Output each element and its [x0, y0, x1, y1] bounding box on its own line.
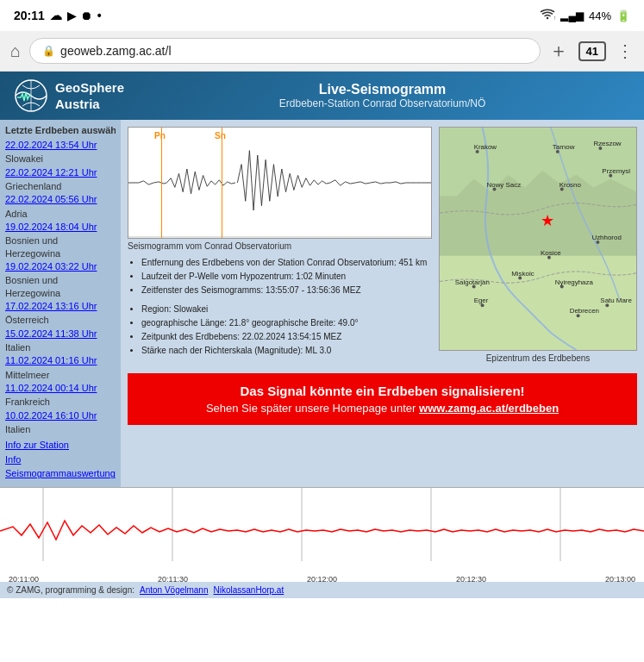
- s-wave-line: [222, 128, 222, 238]
- sidebar-date-link[interactable]: 10.02.2024 16:10 Uhr: [5, 409, 116, 422]
- sidebar-region: Slowakei: [5, 153, 116, 165]
- seismogram-detail-item: Entfernung des Erdbebens von der Station…: [141, 256, 432, 270]
- sidebar-date-link[interactable]: 22.02.2024 12:21 Uhr: [5, 166, 116, 179]
- footer-text: © ZAMG, programming & design:: [7, 585, 134, 595]
- sidebar-date-link[interactable]: 17.02.2024 13:16 Uhr: [5, 300, 116, 313]
- earthquake-detail-item: Stärke nach der Richterskala (Magnitude)…: [141, 344, 432, 358]
- content-area: Letzte Erdbeben auswählen 22.02.2024 13:…: [0, 120, 644, 487]
- p-wave-line: [161, 128, 162, 238]
- alert-sub-text: Sehen Sie später unsere Homepage unter w…: [141, 402, 623, 415]
- sidebar-region: Bosnien und Herzegowina: [5, 234, 116, 259]
- browser-bar: ⌂ 🔒 geoweb.zamg.ac.at/l ＋ 41 ⋮: [0, 31, 644, 72]
- earthquake-detail-item: Zeitpunkt des Erdbebens: 22.02.2024 13:5…: [141, 330, 432, 344]
- logo-area: GeoSphere Austria: [14, 78, 124, 113]
- site-footer: © ZAMG, programming & design: Anton Vöge…: [0, 582, 644, 598]
- live-seismogram: 20:11:0020:11:3020:12:0020:12:3020:13:00: [0, 487, 644, 582]
- pn-label: Pn: [154, 131, 166, 141]
- new-tab-icon[interactable]: ＋: [549, 38, 568, 64]
- cloud-icon: ☁: [50, 9, 62, 22]
- epicenter-star: ★: [541, 212, 554, 229]
- sidebar-region: Italien: [5, 423, 116, 435]
- seismogram-detail-item: Laufzeit der P-Welle vom Hypozentrum: 1:…: [141, 270, 432, 284]
- sidebar-date-link[interactable]: 19.02.2024 03:22 Uhr: [5, 260, 116, 273]
- svg-text:Nyiregyhaza: Nyiregyhaza: [555, 278, 594, 286]
- sidebar-date-link[interactable]: 11.02.2024 00:14 Uhr: [5, 382, 116, 395]
- svg-text:Salgotarjan: Salgotarjan: [455, 278, 490, 286]
- website: GeoSphere Austria Live-Seismogramm Erdbe…: [0, 72, 644, 598]
- battery: 44%: [589, 9, 611, 22]
- sidebar-date-link[interactable]: 11.02.2024 01:16 Uhr: [5, 354, 116, 367]
- time-label: 20:13:00: [605, 575, 635, 582]
- svg-text:Tarnow: Tarnow: [553, 143, 575, 151]
- main-content: Pn Sn: [121, 120, 644, 487]
- svg-text:Krakow: Krakow: [474, 143, 497, 151]
- logo-text: GeoSphere Austria: [55, 79, 124, 113]
- sidebar-date-link[interactable]: 19.02.2024 18:04 Uhr: [5, 221, 116, 234]
- menu-icon[interactable]: ⋮: [616, 41, 634, 61]
- sidebar-nav-link[interactable]: Seismogrammauswertung: [5, 467, 116, 480]
- sidebar-entries: 22.02.2024 13:54 UhrSlowakei22.02.2024 1…: [5, 139, 116, 435]
- url-box[interactable]: 🔒 geoweb.zamg.ac.at/l: [29, 38, 540, 64]
- sidebar-date-link[interactable]: 22.02.2024 13:54 Uhr: [5, 139, 116, 152]
- sidebar-nav-link[interactable]: Info: [5, 453, 116, 466]
- time-display: 20:11: [14, 9, 45, 22]
- seismogram-svg: [128, 128, 431, 238]
- svg-text:Eger: Eger: [474, 297, 489, 304]
- svg-text:Nowy Sacz: Nowy Sacz: [487, 181, 522, 189]
- svg-text:Debrecen: Debrecen: [570, 307, 599, 315]
- sidebar-region: Italien: [5, 341, 116, 353]
- seismogram-detail-item: Zeitfenster des Seismogramms: 13:55:07 -…: [141, 284, 432, 297]
- sidebar-region: Frankreich: [5, 396, 116, 408]
- alert-main-text: Das Signal könnte ein Erdbeben signalisi…: [141, 384, 623, 398]
- time-label: 20:12:30: [456, 575, 486, 582]
- svg-text:Rzeszow: Rzeszow: [593, 140, 621, 147]
- battery-icon: 🔋: [616, 9, 630, 22]
- time-label: 20:12:00: [307, 575, 337, 582]
- svg-text:Przemysl: Przemysl: [602, 167, 630, 175]
- time-axis: 20:11:0020:11:3020:12:0020:12:3020:13:00: [0, 575, 644, 582]
- footer-link2[interactable]: NikolassanHorp.at: [214, 585, 284, 595]
- page-subtitle: Erdbeben-Station Conrad Observatorium/NÖ: [134, 97, 630, 109]
- seismogram-image: Pn Sn: [128, 127, 432, 239]
- sidebar-nav-link[interactable]: Info zur Station: [5, 439, 116, 452]
- svg-text:Krosno: Krosno: [560, 181, 582, 189]
- time-label: 20:11:30: [158, 575, 188, 582]
- svg-text:Kosice: Kosice: [541, 249, 561, 257]
- signal-bars: ▂▄▆: [560, 9, 584, 22]
- seismogram-box: Pn Sn: [128, 127, 432, 358]
- page-title: Live-Seismogramm: [134, 82, 630, 97]
- security-icon: 🔒: [42, 45, 55, 57]
- browser-actions: ＋ 41 ⋮: [549, 38, 634, 64]
- svg-text:Uzhhorod: Uzhhorod: [591, 234, 621, 241]
- sidebar-title: Letzte Erdbeben auswählen: [5, 125, 116, 135]
- dot-icon: •: [97, 9, 102, 22]
- svg-text:↑: ↑: [553, 15, 555, 21]
- sn-label: Sn: [215, 131, 226, 141]
- map-box: ★: [439, 127, 637, 363]
- seismogram-caption: Seismogramm vom Conrad Observatorium: [128, 241, 432, 251]
- earthquake-details: Region: Slowakeigeographische Länge: 21.…: [128, 303, 432, 358]
- map-caption: Epizentrum des Erdbebens: [439, 353, 637, 363]
- sidebar-region: Adria: [5, 208, 116, 220]
- seismogram-details: Entfernung des Erdbebens von der Station…: [128, 256, 432, 297]
- status-right: ↑ ▂▄▆ 44% 🔋: [540, 9, 630, 23]
- sidebar-region: Bosnien und Herzegowina: [5, 274, 116, 299]
- sidebar-date-link[interactable]: 15.02.2024 11:38 Uhr: [5, 328, 116, 340]
- home-icon[interactable]: ⌂: [10, 41, 21, 61]
- media-icon: ▶: [67, 9, 76, 22]
- svg-text:Miskolc: Miskolc: [511, 270, 534, 278]
- footer-link1[interactable]: Anton Vögelmann: [140, 585, 209, 595]
- wifi-icon: ↑: [540, 9, 555, 23]
- map-image: ★: [439, 127, 637, 351]
- sidebar-date-link[interactable]: 22.02.2024 05:56 Uhr: [5, 193, 116, 206]
- sidebar: Letzte Erdbeben auswählen 22.02.2024 13:…: [0, 120, 121, 487]
- sidebar-region: Österreich: [5, 314, 116, 326]
- tab-count[interactable]: 41: [578, 41, 606, 61]
- site-header: GeoSphere Austria Live-Seismogramm Erdbe…: [0, 72, 644, 120]
- status-time: 20:11 ☁ ▶ ⏺ •: [14, 9, 102, 22]
- svg-text:Satu Mare: Satu Mare: [600, 297, 632, 304]
- top-row: Pn Sn: [128, 127, 637, 363]
- time-label: 20:11:00: [9, 575, 39, 582]
- earthquake-detail-item: Region: Slowakei: [141, 303, 432, 316]
- header-title: Live-Seismogramm Erdbeben-Station Conrad…: [134, 82, 630, 109]
